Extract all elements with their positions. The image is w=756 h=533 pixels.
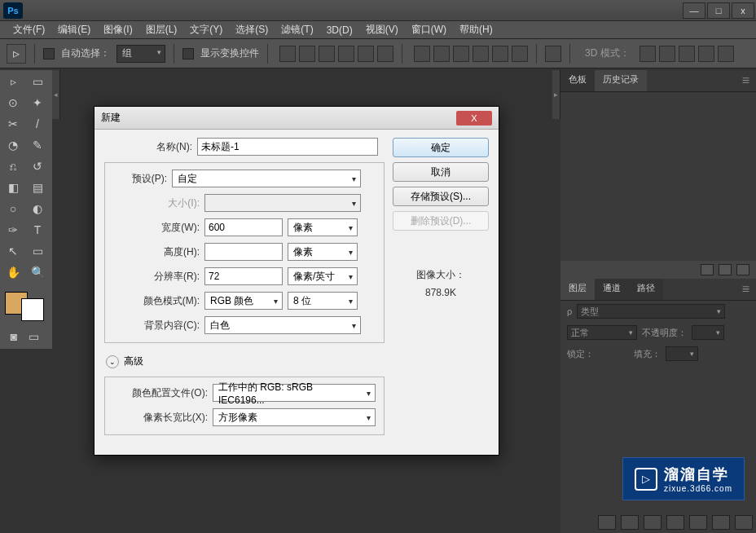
distribute-icon[interactable] — [433, 46, 450, 62]
3d-icon[interactable] — [698, 46, 714, 62]
tool-shape[interactable]: ▭ — [26, 241, 49, 261]
name-input[interactable] — [197, 138, 378, 156]
distribute-icon[interactable] — [453, 46, 469, 62]
window-close[interactable]: x — [732, 2, 754, 19]
tab-paths[interactable]: 路径 — [629, 279, 663, 300]
auto-select-dropdown[interactable]: 组 — [116, 45, 165, 63]
preset-select[interactable]: 自定 — [172, 170, 361, 187]
opacity-field[interactable] — [692, 325, 724, 340]
quickmask-icon[interactable]: ◙ — [5, 329, 23, 344]
history-snap-icon[interactable] — [701, 264, 714, 275]
align-icon[interactable] — [338, 46, 354, 62]
3d-icon[interactable] — [640, 46, 656, 62]
tool-hand[interactable]: ✋ — [2, 262, 24, 282]
group-icon[interactable] — [689, 515, 707, 530]
align-icon[interactable] — [279, 46, 296, 62]
tool-eraser[interactable]: ◧ — [2, 178, 24, 197]
align-icon[interactable] — [358, 46, 374, 62]
width-input[interactable] — [204, 218, 283, 236]
background-select[interactable]: 白色 — [204, 316, 361, 334]
align-icon[interactable] — [377, 46, 393, 62]
collapse-right-icon[interactable]: ▸ — [552, 70, 560, 119]
color-profile-select[interactable]: 工作中的 RGB: sRGB IEC6196... — [213, 384, 376, 402]
menu-type[interactable]: 文字(Y) — [183, 23, 229, 37]
bit-depth-select[interactable]: 8 位 — [288, 292, 358, 310]
tool-gradient[interactable]: ▤ — [26, 178, 49, 197]
background-swatch[interactable] — [21, 298, 44, 321]
height-unit-select[interactable]: 像素 — [288, 243, 358, 261]
collapse-left-icon[interactable]: ◂ — [52, 70, 60, 119]
distribute-icon[interactable] — [414, 46, 430, 62]
distribute-icon[interactable] — [472, 46, 489, 62]
color-mode-select[interactable]: RGB 颜色 — [204, 292, 283, 310]
tool-eyedropper[interactable]: / — [26, 114, 49, 134]
tool-path[interactable]: ↖ — [2, 241, 24, 261]
tool-history[interactable]: ↺ — [26, 156, 49, 176]
ok-button[interactable]: 确定 — [393, 138, 489, 157]
tab-history[interactable]: 历史记录 — [595, 70, 647, 91]
fx-icon[interactable] — [621, 515, 639, 530]
menu-filter[interactable]: 滤镜(T) — [275, 23, 319, 37]
tab-layers[interactable]: 图层 — [560, 279, 595, 300]
menu-file[interactable]: 文件(F) — [7, 23, 51, 37]
3d-icon[interactable] — [718, 46, 734, 62]
tool-brush[interactable]: ✎ — [26, 135, 49, 155]
tool-type[interactable]: T — [26, 220, 49, 240]
window-maximize[interactable]: □ — [707, 2, 730, 19]
tab-swatches[interactable]: 色板 — [560, 70, 595, 91]
tool-heal[interactable]: ◔ — [2, 135, 24, 155]
fill-field[interactable] — [666, 346, 698, 361]
pixel-aspect-select[interactable]: 方形像素 — [213, 408, 376, 426]
tool-wand[interactable]: ✦ — [26, 93, 49, 112]
align-icon[interactable] — [299, 46, 315, 62]
tool-lasso[interactable]: ⊙ — [2, 93, 24, 112]
mask-icon[interactable] — [644, 515, 662, 530]
tab-channels[interactable]: 通道 — [595, 279, 629, 300]
menu-3d[interactable]: 3D(D) — [320, 24, 359, 36]
distribute-icon[interactable] — [492, 46, 508, 62]
adjust-icon[interactable] — [666, 515, 684, 530]
blend-mode-select[interactable]: 正常 — [567, 325, 637, 340]
misc-icon[interactable] — [545, 46, 561, 62]
auto-select-checkbox[interactable] — [43, 48, 55, 59]
active-tool-indicator[interactable]: ▹ — [7, 44, 26, 64]
new-layer-icon[interactable] — [712, 515, 730, 530]
screenmode-icon[interactable]: ▭ — [24, 329, 42, 344]
tool-stamp[interactable]: ⎌ — [2, 156, 24, 176]
3d-icon[interactable] — [659, 46, 675, 62]
window-minimize[interactable]: — — [683, 2, 705, 19]
history-camera-icon[interactable] — [719, 264, 732, 275]
trash-icon[interactable] — [735, 515, 753, 530]
tool-blur[interactable]: ○ — [2, 199, 24, 218]
align-icon[interactable] — [319, 46, 335, 62]
tool-move[interactable]: ▹ — [2, 72, 24, 91]
menu-view[interactable]: 视图(V) — [359, 23, 405, 37]
width-unit-select[interactable]: 像素 — [288, 218, 358, 236]
menu-window[interactable]: 窗口(W) — [405, 23, 453, 37]
tool-crop[interactable]: ✂ — [2, 114, 24, 134]
tool-dodge[interactable]: ◐ — [26, 199, 49, 218]
cancel-button[interactable]: 取消 — [393, 162, 489, 182]
tool-zoom[interactable]: 🔍 — [26, 262, 49, 282]
resolution-input[interactable] — [204, 267, 283, 285]
menu-image[interactable]: 图像(I) — [97, 23, 138, 37]
save-preset-button[interactable]: 存储预设(S)... — [393, 187, 489, 206]
history-trash-icon[interactable] — [736, 264, 749, 275]
height-input[interactable] — [204, 243, 283, 261]
menu-help[interactable]: 帮助(H) — [453, 23, 499, 37]
menu-layer[interactable]: 图层(L) — [139, 23, 184, 37]
layer-filter-type[interactable]: 类型 — [577, 304, 725, 319]
dialog-close-button[interactable]: X — [456, 111, 492, 126]
resolution-unit-select[interactable]: 像素/英寸 — [288, 267, 358, 285]
3d-icon[interactable] — [679, 46, 695, 62]
panel-menu-icon[interactable]: ≡ — [736, 70, 756, 91]
show-transform-checkbox[interactable] — [182, 48, 194, 59]
tool-marquee[interactable]: ▭ — [26, 72, 49, 91]
advanced-toggle-icon[interactable]: ⌄ — [106, 355, 119, 368]
distribute-icon[interactable] — [512, 46, 528, 62]
tool-pen[interactable]: ✑ — [2, 220, 24, 240]
menu-select[interactable]: 选择(S) — [229, 23, 275, 37]
panel-menu-icon[interactable]: ≡ — [736, 279, 756, 300]
link-icon[interactable] — [598, 515, 616, 530]
menu-edit[interactable]: 编辑(E) — [51, 23, 97, 37]
